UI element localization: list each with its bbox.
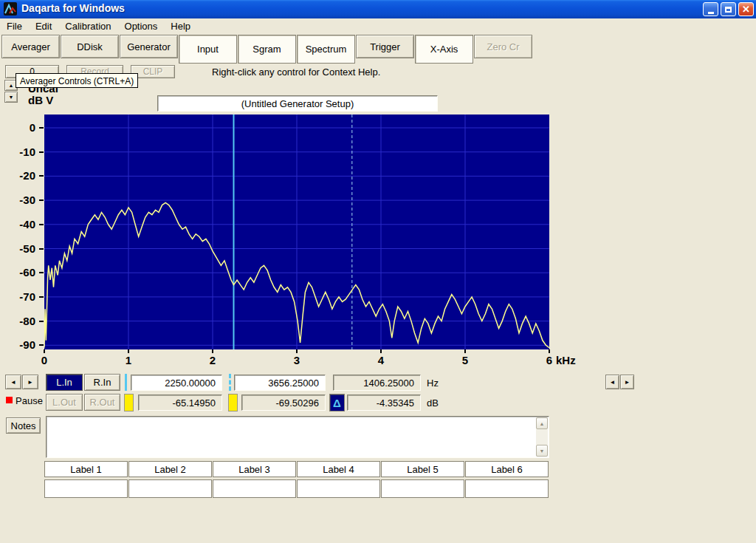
- scroll-up-icon[interactable]: ▲: [536, 417, 548, 429]
- menu-edit[interactable]: Edit: [29, 19, 58, 33]
- label-value-field-4[interactable]: [297, 479, 380, 498]
- notes-button[interactable]: Notes: [6, 417, 41, 434]
- label-value-field-3[interactable]: [213, 479, 296, 498]
- toolbar-button-spectrum[interactable]: Spectrum: [297, 35, 355, 64]
- context-help-text: Right-click any control for Context Help…: [212, 66, 380, 78]
- pan-right-button-right[interactable]: ►: [620, 375, 634, 389]
- pan-right-button[interactable]: ►: [22, 375, 38, 389]
- close-button[interactable]: ✕: [738, 2, 754, 16]
- y-axis-tick-label: -40: [1, 218, 35, 230]
- label-value-field-5[interactable]: [381, 479, 464, 498]
- x-axis-tick-label: 1: [114, 354, 143, 366]
- menu-calibration[interactable]: Calibration: [58, 19, 117, 33]
- delta-level-field: -4.35345: [347, 395, 421, 411]
- y-axis-tick-label: -10: [1, 146, 35, 158]
- toolbar-button-sgram[interactable]: Sgram: [238, 35, 296, 64]
- toolbar-button-generator[interactable]: Generator: [120, 35, 178, 58]
- x-axis-tick: [212, 349, 213, 353]
- toolbar-button-zero-cr: Zero Cr: [474, 35, 532, 58]
- x-axis-tick: [44, 349, 45, 353]
- y-axis-tick: [39, 344, 44, 346]
- label-button-2[interactable]: Label 2: [128, 461, 212, 477]
- delta-mode-button[interactable]: Δ: [329, 394, 345, 411]
- x-axis-tick-label: 5: [450, 354, 480, 366]
- x-axis-tick: [296, 349, 298, 353]
- y-axis-tick: [39, 224, 44, 225]
- toolbar-button-ddisk[interactable]: DDisk: [61, 35, 119, 58]
- dashed-cursor-level-marker: [228, 394, 238, 411]
- y-axis-tick-label: -20: [1, 169, 35, 182]
- toolbar-button-averager[interactable]: Averager: [1, 35, 60, 58]
- menu-file[interactable]: File: [0, 19, 29, 33]
- label-button-1[interactable]: Label 1: [44, 461, 128, 477]
- app-window: Daqarta for Windows ✕ FileEditCalibratio…: [0, 0, 756, 543]
- title-bar: Daqarta for Windows ✕: [0, 0, 756, 18]
- minimize-button[interactable]: [703, 2, 718, 16]
- notes-textarea[interactable]: [46, 416, 549, 458]
- left-input-channel-button[interactable]: L.In: [46, 374, 83, 391]
- label-value-field-1[interactable]: [44, 479, 128, 498]
- y-axis-tick: [39, 127, 44, 129]
- label-button-6[interactable]: Label 6: [465, 461, 549, 477]
- y-axis-tick: [39, 175, 44, 177]
- dashed-cursor-frequency-field[interactable]: 3656.25000: [234, 375, 326, 391]
- solid-cursor-indicator: [125, 374, 127, 391]
- y-axis-tick-label: -70: [1, 290, 35, 303]
- y-unit-label: dB V: [28, 94, 53, 106]
- x-unit-label: kHz: [556, 354, 576, 366]
- x-axis-tick-label: 4: [366, 354, 396, 366]
- y-axis-tick-label: -80: [1, 315, 35, 327]
- label-button-3[interactable]: Label 3: [213, 461, 296, 477]
- x-axis-tick: [128, 349, 129, 353]
- pause-button[interactable]: Pause: [16, 395, 43, 406]
- label-value-field-2[interactable]: [128, 479, 212, 498]
- toolbar-button-trigger[interactable]: Trigger: [356, 35, 414, 58]
- solid-cursor-frequency-field[interactable]: 2250.00000: [131, 375, 222, 391]
- y-axis-tick-label: -90: [1, 338, 35, 351]
- x-axis-tick-label: 0: [30, 354, 59, 366]
- left-output-channel-button: L.Out: [46, 394, 83, 411]
- right-output-channel-button: R.Out: [84, 394, 120, 411]
- y-axis-tick: [39, 296, 44, 298]
- scroll-down-icon[interactable]: ▼: [536, 445, 548, 457]
- x-axis-tick: [549, 349, 550, 353]
- scale-down-button[interactable]: ▼: [4, 92, 18, 103]
- right-input-channel-button[interactable]: R.In: [84, 374, 120, 391]
- generator-setup-field[interactable]: (Untitled Generator Setup): [157, 95, 438, 112]
- pan-left-button[interactable]: ◄: [5, 375, 21, 389]
- y-axis-tick: [39, 321, 44, 322]
- tooltip: Averager Controls (CTRL+A): [16, 73, 138, 88]
- dashed-cursor-level-field: -69.50296: [241, 395, 326, 411]
- x-axis-tick-label: 3: [282, 354, 312, 366]
- x-axis-tick-label: 2: [198, 354, 227, 366]
- y-axis-tick: [39, 248, 44, 250]
- solid-cursor-level-field: -65.14950: [138, 395, 222, 411]
- x-axis-tick: [464, 349, 466, 353]
- window-title: Daqarta for Windows: [21, 2, 125, 14]
- maximize-button[interactable]: [721, 2, 736, 16]
- y-axis-tick-label: -60: [1, 266, 35, 279]
- toolbar-button-x-axis[interactable]: X-Axis: [415, 35, 473, 64]
- app-logo-icon: [4, 2, 17, 16]
- toolbar-button-input[interactable]: Input: [179, 35, 237, 64]
- spectrum-plot[interactable]: [44, 115, 549, 349]
- menu-bar: FileEditCalibrationOptionsHelp: [0, 18, 756, 33]
- pause-led: [6, 397, 13, 403]
- y-axis-tick: [39, 151, 44, 153]
- x-axis-tick: [380, 349, 382, 353]
- label-button-5[interactable]: Label 5: [381, 461, 464, 477]
- notes-scrollbar[interactable]: ▲ ▼: [536, 417, 548, 457]
- y-axis-tick: [39, 272, 44, 273]
- y-axis-tick-label: -30: [1, 194, 35, 206]
- pan-left-button-right[interactable]: ◄: [605, 375, 619, 389]
- y-axis-tick-label: 0: [1, 121, 35, 134]
- menu-options[interactable]: Options: [118, 19, 165, 33]
- label-button-4[interactable]: Label 4: [297, 461, 380, 477]
- db-unit-label: dB: [427, 397, 439, 409]
- menu-help[interactable]: Help: [164, 19, 197, 33]
- hz-unit-label: Hz: [427, 378, 439, 389]
- y-axis-tick: [39, 199, 44, 201]
- label-value-field-6[interactable]: [465, 479, 549, 498]
- y-axis-tick-label: -50: [1, 242, 35, 255]
- dashed-cursor-indicator: [229, 374, 231, 391]
